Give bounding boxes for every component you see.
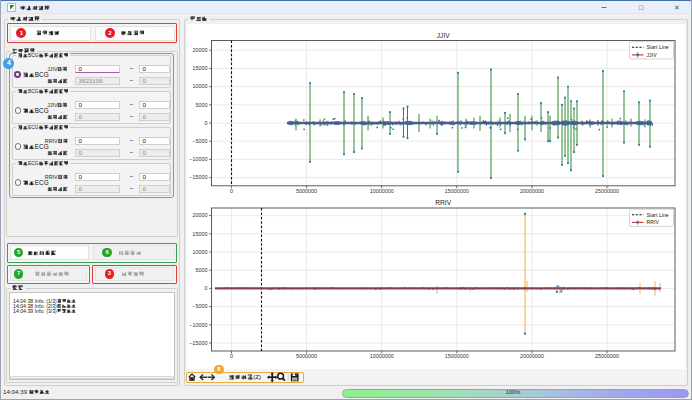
svg-text:20000000: 20000000	[520, 188, 544, 194]
svg-text:Start Line: Start Line	[647, 44, 669, 50]
svg-text:15000: 15000	[193, 65, 208, 71]
svg-text:10000000: 10000000	[370, 353, 394, 359]
svg-text:25000000: 25000000	[595, 188, 619, 194]
svg-text:10000: 10000	[193, 83, 208, 89]
svg-text:5000000: 5000000	[296, 188, 317, 194]
svg-text:0: 0	[230, 188, 233, 194]
svg-text:20000: 20000	[193, 47, 208, 53]
svg-text:5000: 5000	[196, 267, 208, 273]
svg-text:−10000: −10000	[189, 322, 207, 328]
svg-text:−5000: −5000	[192, 303, 207, 309]
svg-text:15000000: 15000000	[445, 353, 469, 359]
svg-text:Start Line: Start Line	[647, 212, 669, 218]
svg-text:20000: 20000	[193, 212, 208, 218]
svg-text:RRIV: RRIV	[647, 219, 660, 225]
svg-text:15000000: 15000000	[445, 188, 469, 194]
svg-text:−10000: −10000	[189, 156, 207, 162]
svg-text:0: 0	[205, 120, 208, 126]
svg-text:RRIV: RRIV	[435, 199, 451, 206]
svg-text:JJIV: JJIV	[437, 32, 450, 39]
svg-text:5000: 5000	[196, 102, 208, 108]
svg-text:10000000: 10000000	[370, 188, 394, 194]
svg-text:−15000: −15000	[189, 174, 207, 180]
svg-text:20000000: 20000000	[520, 353, 544, 359]
svg-text:−15000: −15000	[189, 340, 207, 346]
svg-text:5000000: 5000000	[296, 353, 317, 359]
svg-text:−5000: −5000	[192, 138, 207, 144]
svg-text:0: 0	[230, 353, 233, 359]
svg-text:JJIV: JJIV	[647, 52, 658, 58]
svg-text:25000000: 25000000	[595, 353, 619, 359]
svg-text:0: 0	[205, 285, 208, 291]
svg-text:10000: 10000	[193, 249, 208, 255]
svg-text:15000: 15000	[193, 231, 208, 237]
